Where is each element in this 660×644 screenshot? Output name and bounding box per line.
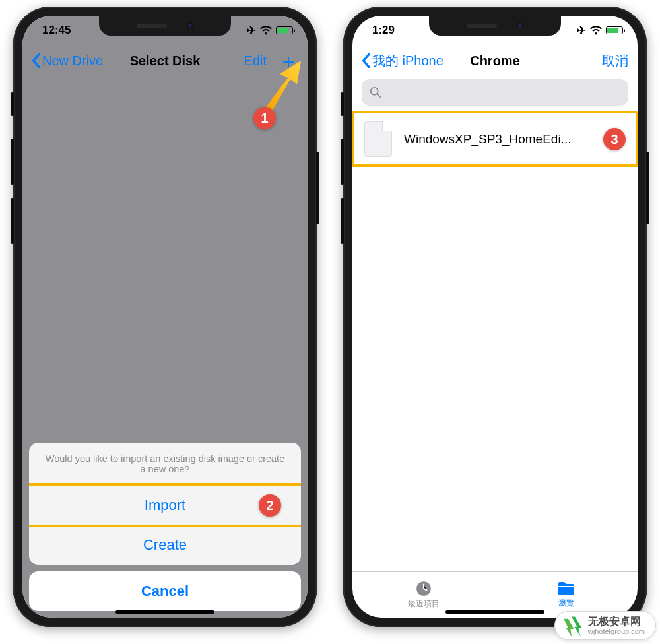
watermark-brand: 无极安卓网 [588,616,645,628]
import-button[interactable]: Import 2 [29,486,301,525]
airplane-icon: ✈︎ [577,24,586,38]
search-field[interactable] [387,86,620,99]
back-label: New Drive [42,53,103,69]
wifi-icon [590,26,602,35]
screen-left: 12:45 ✈︎ New Drive Select Disk Edit [22,16,308,618]
action-sheet: Would you like to import an existing dis… [29,443,301,611]
import-label: Import [145,497,185,514]
tab-browse-label: 瀏覽 [558,598,574,609]
svg-line-1 [378,94,381,98]
airplane-icon: ✈︎ [247,24,256,38]
chevron-left-icon [32,53,41,68]
wifi-icon [260,26,272,35]
phone-right: 1:29 ✈︎ 我的 iPhone Chrome 取消 [343,7,647,627]
battery-icon [606,26,623,34]
file-item[interactable]: WindowsXP_SP3_HomeEdi... 3 [352,112,638,166]
content-area: 1 Would you like to import an existing d… [22,77,308,618]
folder-icon [557,581,576,596]
screen-right: 1:29 ✈︎ 我的 iPhone Chrome 取消 [352,16,638,618]
watermark-url: wjhotelgroup.com [588,628,645,635]
file-name: WindowsXP_SP3_HomeEdi... [404,132,571,146]
status-time: 12:45 [42,24,71,37]
notch [429,16,561,36]
watermark: 无极安卓网 wjhotelgroup.com [554,611,656,640]
search-input[interactable] [362,79,628,106]
home-indicator[interactable] [446,610,544,614]
cancel-button[interactable]: 取消 [602,52,628,70]
notch [99,16,231,36]
clock-icon [415,580,432,597]
navbar: 我的 iPhone Chrome 取消 [352,45,638,77]
action-sheet-message: Would you like to import an existing dis… [29,443,301,486]
watermark-logo-icon [560,614,583,637]
callout-step-2: 2 [259,494,281,517]
file-icon [364,121,392,157]
create-button[interactable]: Create [29,525,301,565]
home-indicator[interactable] [116,610,214,614]
cancel-button[interactable]: Cancel [29,571,301,611]
create-label: Create [143,536,187,554]
svg-point-0 [371,88,378,95]
battery-icon [276,26,293,34]
back-button[interactable]: 我的 iPhone [362,52,444,70]
back-label: 我的 iPhone [372,52,444,70]
callout-step-3: 3 [603,128,626,150]
tab-recents-label: 最近項目 [408,598,440,610]
callout-step-1: 1 [253,107,276,129]
phone-left: 12:45 ✈︎ New Drive Select Disk Edit [13,7,317,627]
chevron-left-icon [362,53,371,68]
status-time: 1:29 [372,24,395,37]
back-button[interactable]: New Drive [32,53,103,69]
cancel-label: Cancel [141,583,189,600]
search-icon [370,86,381,98]
